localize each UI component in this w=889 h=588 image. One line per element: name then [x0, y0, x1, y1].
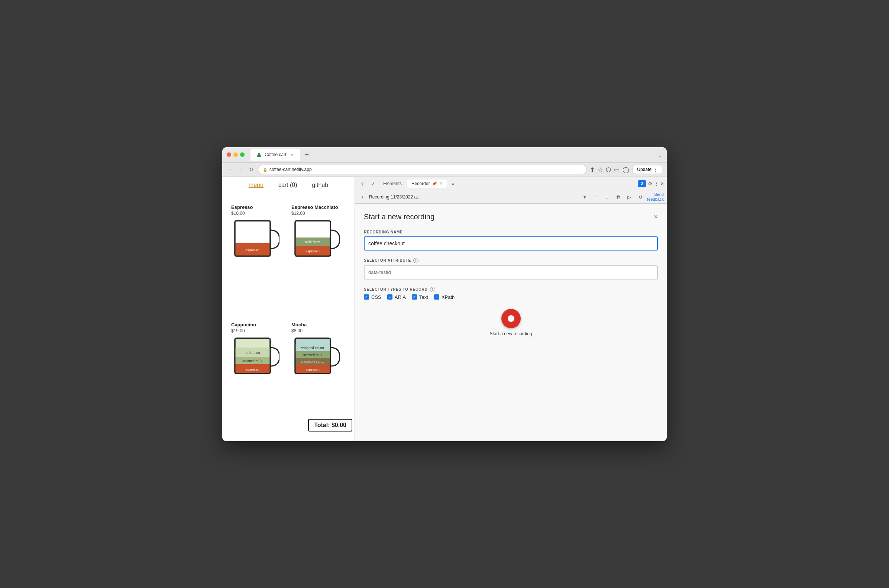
- text-checkbox[interactable]: [412, 294, 417, 300]
- svg-text:espresso: espresso: [245, 367, 259, 371]
- total-badge: Total: $0.00: [308, 419, 352, 432]
- coffee-name: Espresso: [231, 204, 253, 210]
- selector-attr-label-text: SELECTOR ATTRIBUTE: [364, 258, 411, 262]
- back-button[interactable]: ←: [227, 166, 234, 173]
- close-traffic-light[interactable]: [227, 152, 231, 157]
- tab-close-icon[interactable]: ×: [289, 152, 294, 157]
- svg-text:espresso: espresso: [245, 248, 259, 252]
- lock-icon: 🔒: [263, 168, 267, 172]
- tab-bar: Coffee cart × +: [250, 148, 655, 160]
- gear-icon[interactable]: ⚙: [648, 181, 653, 187]
- undo-icon[interactable]: ↺: [636, 192, 645, 201]
- selector-types-help-icon[interactable]: ?: [430, 287, 435, 292]
- download-icon[interactable]: ↓: [603, 192, 612, 201]
- tab-recorder[interactable]: Recorder 📌 ×: [407, 180, 447, 188]
- profile-icon[interactable]: ◯: [622, 166, 629, 173]
- checkbox-xpath[interactable]: XPath: [434, 294, 454, 300]
- maximize-traffic-light[interactable]: [240, 152, 244, 157]
- cursor-tool-icon[interactable]: ⊹: [358, 179, 367, 188]
- svg-text:steamed milk: steamed milk: [242, 358, 262, 363]
- nav-cart-link[interactable]: cart (0): [278, 182, 297, 189]
- start-recording-button[interactable]: [501, 309, 521, 328]
- tab-actions: ⌄: [658, 151, 662, 159]
- coffee-cup-wrapper: whipped cream steamed milk chocolate syr…: [291, 336, 340, 377]
- coffee-name: Espresso Macchiato: [291, 204, 338, 210]
- list-item[interactable]: Espresso $10.00 espresso: [228, 200, 288, 318]
- css-checkbox[interactable]: [364, 294, 369, 300]
- devtools-badge[interactable]: 2: [638, 180, 646, 187]
- update-label: Update: [637, 167, 652, 172]
- address-text: coffee-cart.netlify.app: [270, 167, 312, 172]
- dropdown-icon[interactable]: ▾: [580, 192, 589, 201]
- address-bar: ← → ↻ 🔒 coffee-cart.netlify.app ⬆ ☆ ⬡ ▭ …: [222, 163, 667, 177]
- new-tab-button[interactable]: +: [302, 151, 312, 159]
- svg-text:steamed milk: steamed milk: [303, 353, 322, 357]
- aria-checkbox[interactable]: [387, 294, 393, 300]
- selector-types-label-text: SELECTOR TYPES TO RECORD: [364, 287, 428, 291]
- refresh-button[interactable]: ↻: [247, 166, 255, 173]
- coffee-price: $12.00: [291, 211, 305, 216]
- upload-icon[interactable]: ↑: [591, 192, 600, 201]
- coffee-cup-wrapper: milk foam steamed milk espresso: [231, 336, 279, 377]
- more-icon: ⋮: [653, 167, 657, 172]
- chevron-down-icon[interactable]: ⌄: [658, 152, 662, 158]
- checkbox-css[interactable]: CSS: [364, 294, 381, 300]
- checkbox-text[interactable]: Text: [412, 294, 428, 300]
- macchiato-cup: milk foam espresso: [291, 219, 340, 258]
- selector-types-label: SELECTOR TYPES TO RECORD ?: [364, 287, 658, 292]
- extension-icon[interactable]: ⬡: [606, 166, 611, 173]
- total-label: Total: $0.00: [314, 422, 346, 428]
- record-inner-dot: [508, 315, 514, 322]
- dialog-close-icon[interactable]: ×: [654, 213, 658, 221]
- nav-menu-link[interactable]: menu: [249, 182, 264, 189]
- recording-name-label-text: RECORDING NAME: [364, 230, 403, 234]
- xpath-checkbox[interactable]: [434, 294, 439, 300]
- help-icon[interactable]: ?: [413, 258, 418, 263]
- nav-github-link[interactable]: github: [312, 182, 328, 189]
- devtools-close-icon[interactable]: ×: [661, 181, 664, 187]
- aria-label: ARIA: [395, 294, 406, 300]
- dialog-title: Start a new recording: [364, 213, 435, 221]
- title-bar: Coffee cart × + ⌄: [222, 147, 667, 163]
- tab-elements[interactable]: Elements: [379, 180, 406, 188]
- checkbox-aria[interactable]: ARIA: [387, 294, 406, 300]
- recording-name-input[interactable]: [364, 236, 658, 250]
- fullscreen-icon[interactable]: ⤢: [368, 179, 377, 188]
- list-item[interactable]: Mocha $8.00 whipped cream steamed milk: [288, 317, 349, 435]
- coffee-name: Mocha: [291, 322, 307, 327]
- list-item[interactable]: Cappucino $19.00 milk foam steamed milk: [228, 317, 288, 435]
- tab-more[interactable]: »: [447, 180, 459, 188]
- traffic-lights: [227, 152, 244, 157]
- tab-favicon-icon: [256, 152, 262, 157]
- bookmark-icon[interactable]: ☆: [598, 166, 603, 173]
- selector-attr-input[interactable]: [364, 266, 658, 279]
- text-label: Text: [419, 294, 428, 300]
- svg-text:espresso: espresso: [306, 367, 319, 371]
- dialog-content: Start a new recording × RECORDING NAME S…: [355, 204, 667, 441]
- list-item[interactable]: Espresso Macchiato $12.00 milk foam espr…: [288, 200, 349, 318]
- devtools-topbar: ⊹ ⤢ Elements Recorder 📌 × » 2 ⚙ ⋮ ×: [355, 177, 667, 191]
- coffee-price: $19.00: [231, 328, 245, 333]
- coffee-price: $10.00: [231, 211, 245, 216]
- selector-attr-label: SELECTOR ATTRIBUTE ?: [364, 258, 658, 263]
- forward-button[interactable]: →: [237, 166, 244, 173]
- share-icon[interactable]: ⬆: [590, 166, 595, 173]
- send-feedback-link[interactable]: Send feedback: [647, 192, 664, 202]
- more-vert-icon[interactable]: ⋮: [654, 181, 659, 187]
- svg-text:milk foam: milk foam: [305, 240, 320, 244]
- recorder-close-icon[interactable]: ×: [440, 181, 442, 186]
- add-recording-icon[interactable]: +: [358, 192, 367, 201]
- selector-attr-group: SELECTOR ATTRIBUTE ?: [364, 258, 658, 279]
- play-icon[interactable]: ▷: [625, 192, 634, 201]
- trash-icon[interactable]: 🗑: [614, 192, 622, 201]
- minimize-traffic-light[interactable]: [233, 152, 238, 157]
- svg-text:espresso: espresso: [306, 249, 319, 253]
- recording-name-group: RECORDING NAME: [364, 230, 658, 250]
- address-input[interactable]: 🔒 coffee-cart.netlify.app: [258, 165, 587, 174]
- cast-icon[interactable]: ▭: [614, 166, 619, 173]
- coffee-name: Cappucino: [231, 322, 256, 327]
- recorder-label: Recorder: [411, 181, 430, 186]
- mocha-cup: whipped cream steamed milk chocolate syr…: [291, 336, 340, 375]
- update-button[interactable]: Update ⋮: [632, 165, 662, 174]
- browser-tab[interactable]: Coffee cart ×: [250, 148, 300, 160]
